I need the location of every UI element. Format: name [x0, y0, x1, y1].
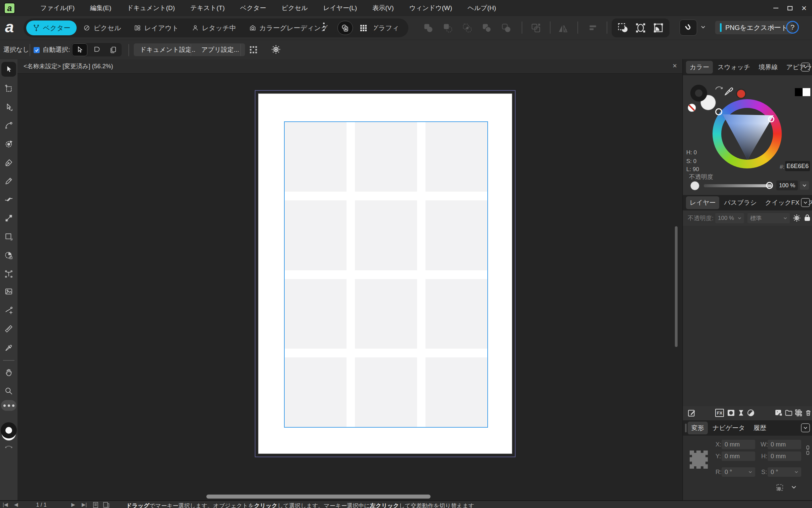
tab-close-icon[interactable]: × [673, 59, 677, 73]
margins-grid-icon[interactable] [249, 45, 258, 54]
y-field[interactable]: 0 mm [722, 452, 755, 461]
menu-file[interactable]: ファイル(F) [33, 0, 82, 16]
adjustment-icon[interactable] [747, 409, 755, 417]
vertical-scrollbar[interactable] [675, 226, 678, 347]
grid-view-button[interactable] [356, 21, 371, 35]
previous-page-button[interactable]: ◀ [14, 502, 18, 508]
opacity-value-field[interactable]: 100 % [776, 181, 798, 190]
delete-layer-icon[interactable] [805, 409, 812, 417]
document-tab-title[interactable]: <名称未設定> [変更済み] (56.2%) [24, 63, 113, 70]
no-color-swatch[interactable] [688, 104, 696, 112]
hue-selector[interactable] [715, 108, 722, 115]
node-add-tool-icon[interactable] [1, 303, 16, 318]
layers-list[interactable] [683, 226, 812, 406]
gear-icon[interactable] [271, 44, 281, 54]
persona-layout[interactable]: レイアウト [127, 21, 185, 35]
color-wheel-widget[interactable] [1, 422, 17, 442]
tab-stroke[interactable]: 境界線 [755, 61, 781, 74]
menu-help[interactable]: ヘルプ(H) [460, 0, 504, 16]
spread-view-icon[interactable] [103, 502, 110, 508]
persona-vector[interactable]: ベクター [26, 21, 77, 35]
sl-selector[interactable] [768, 116, 774, 122]
tab-swatches[interactable]: スウォッチ [714, 61, 754, 74]
node-tool-icon[interactable] [1, 100, 16, 115]
hex-value-field[interactable]: E6E6E6 [785, 161, 810, 171]
shape-builder-tool-icon[interactable] [1, 248, 16, 263]
auto-select-checkbox[interactable] [34, 47, 40, 53]
move-tool-icon[interactable] [1, 62, 16, 77]
tab-layers[interactable]: レイヤー [686, 196, 719, 209]
character-view-button[interactable] [337, 21, 353, 35]
gradient-tool-icon[interactable] [1, 211, 16, 226]
menu-pixel[interactable]: ピクセル [274, 0, 316, 16]
h-field[interactable]: 0 mm [768, 452, 801, 461]
object-selection-icon[interactable] [653, 22, 664, 34]
menu-layer[interactable]: レイヤー(L) [316, 0, 365, 16]
tab-history[interactable]: 履歴 [750, 422, 770, 434]
link-dimensions-icon[interactable] [805, 445, 810, 455]
single-page-view-icon[interactable] [93, 502, 99, 508]
persona-pixel[interactable]: ピクセル [77, 21, 127, 35]
toolbar-overflow-menu[interactable] [323, 23, 325, 31]
frame-text-tool-icon[interactable] [1, 267, 16, 281]
view-hand-tool-icon[interactable] [1, 365, 16, 380]
node-selection-icon[interactable] [635, 22, 646, 34]
menu-window[interactable]: ウィンドウ(W) [402, 0, 460, 16]
artboard-tool-icon[interactable] [1, 81, 16, 96]
help-button[interactable]: ? [786, 21, 799, 34]
measure-tool-icon[interactable] [1, 321, 16, 336]
lock-icon[interactable] [804, 214, 811, 222]
new-layer-icon[interactable] [795, 409, 803, 417]
opacity-slider-track[interactable] [704, 184, 772, 187]
s-field[interactable]: 0 ° [768, 467, 801, 477]
mask-icon[interactable] [727, 409, 735, 417]
tab-transform[interactable]: 変形 [688, 422, 708, 434]
app-settings-button[interactable]: アプリ設定... [195, 43, 245, 56]
panel-menu-chevron-icon[interactable] [801, 198, 810, 207]
picked-color-swatch[interactable] [736, 89, 746, 99]
transform-mode-icon[interactable] [775, 482, 785, 493]
menu-document[interactable]: ドキュメント(D) [119, 0, 182, 16]
close-button[interactable]: × [802, 0, 807, 16]
document-settings-button[interactable]: ドキュメント設定... [134, 43, 203, 56]
color-picker-icon[interactable] [723, 85, 735, 97]
duplicate-mode-button[interactable] [106, 43, 121, 56]
new-group-icon[interactable] [784, 409, 793, 417]
transform-expand-chevron-icon[interactable] [791, 485, 797, 489]
anchor-point-selector[interactable] [690, 451, 708, 469]
tab-quick-fx[interactable]: クイックFX [762, 196, 803, 209]
pen-tool-icon[interactable] [1, 155, 16, 170]
layer-settings-gear-icon[interactable] [793, 214, 801, 222]
rectangle-tool-icon[interactable] [1, 229, 16, 244]
first-page-button[interactable]: |◀ [3, 502, 8, 508]
swap-colors-icon[interactable] [4, 444, 13, 449]
zoom-tool-icon[interactable] [1, 384, 16, 398]
black-swatch[interactable] [795, 88, 803, 96]
corner-tool-icon[interactable] [1, 118, 16, 133]
edit-layer-icon[interactable] [687, 409, 696, 418]
persona-retouch[interactable]: レタッチ中 [185, 21, 243, 35]
color-picker-tool-icon[interactable] [1, 340, 16, 355]
crop-hourglass-icon[interactable] [737, 409, 745, 417]
cursor-mode-button[interactable] [72, 43, 87, 56]
last-page-button[interactable]: ▶| [82, 502, 87, 508]
menu-vector[interactable]: ベクター [232, 0, 274, 16]
stroke-color-swatch[interactable] [690, 85, 707, 102]
place-image-tool-icon[interactable] [1, 284, 16, 299]
panel-menu-chevron-icon[interactable] [801, 423, 810, 432]
next-page-button[interactable]: ▶ [71, 502, 75, 508]
snapping-toggle-button[interactable] [680, 19, 697, 36]
opacity-chevron-icon[interactable] [800, 181, 809, 190]
shape-mode-button[interactable] [89, 43, 104, 56]
canvas[interactable] [17, 74, 682, 500]
marquee-selection-icon[interactable] [617, 22, 628, 34]
vector-brush-tool-icon[interactable] [1, 192, 16, 207]
minimize-button[interactable] [773, 8, 778, 8]
pencil-tool-icon[interactable] [1, 173, 16, 188]
new-pixel-layer-icon[interactable] [774, 409, 783, 417]
panel-menu-chevron-icon[interactable] [801, 63, 810, 72]
tab-color[interactable]: カラー [686, 61, 713, 74]
more-tools-button[interactable] [1, 400, 16, 411]
point-transform-tool-icon[interactable] [1, 136, 16, 151]
snapping-options-chevron-icon[interactable] [701, 26, 705, 29]
